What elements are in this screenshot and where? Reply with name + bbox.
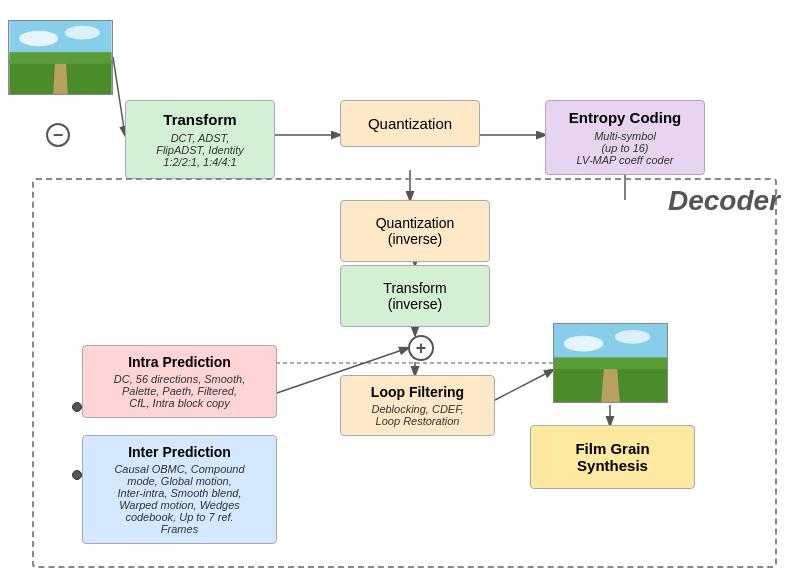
quantization-encoder-box: Quantization	[340, 100, 480, 147]
loop-filtering-box: Loop Filtering Deblocking, CDEF,Loop Res…	[340, 375, 495, 436]
entropy-title: Entropy Coding	[554, 109, 696, 126]
svg-point-14	[65, 26, 100, 40]
decoder-label: Decoder	[668, 185, 780, 217]
minus-icon: −	[46, 123, 70, 147]
inter-bullet	[72, 470, 82, 480]
svg-point-13	[19, 31, 58, 47]
plus-icon: +	[408, 335, 434, 361]
inter-subtitle: Causal OBMC, Compoundmode, Global motion…	[91, 463, 268, 535]
intra-bullet	[72, 402, 82, 412]
svg-rect-23	[554, 357, 667, 369]
transform-title: Transform	[134, 111, 266, 128]
transform-subtitle: DCT, ADST,FlipADST, Identity1:2/2:1, 1:4…	[134, 132, 266, 168]
diagram-container: − Transform DCT, ADST,FlipADST, Identity…	[0, 0, 800, 585]
intra-subtitle: DC, 56 directions, Smooth,Palette, Paeth…	[91, 373, 268, 409]
svg-rect-17	[9, 52, 111, 64]
loop-filtering-title: Loop Filtering	[349, 384, 486, 400]
svg-line-0	[113, 57, 125, 135]
entropy-subtitle: Multi-symbol(up to 16)LV-MAP coeff coder	[554, 130, 696, 166]
inter-prediction-box: Inter Prediction Causal OBMC, Compoundmo…	[82, 435, 277, 544]
transform-inverse-box: Transform(inverse)	[340, 265, 490, 327]
intra-title: Intra Prediction	[91, 354, 268, 370]
transform-encoder-box: Transform DCT, ADST,FlipADST, Identity1:…	[125, 100, 275, 179]
quantization-inverse-box: Quantization(inverse)	[340, 200, 490, 262]
svg-marker-16	[53, 60, 68, 94]
intra-prediction-box: Intra Prediction DC, 56 directions, Smoo…	[82, 345, 277, 418]
source-image	[8, 20, 113, 95]
film-grain-synthesis-box: Film GrainSynthesis	[530, 425, 695, 489]
inter-title: Inter Prediction	[91, 444, 268, 460]
svg-point-19	[564, 336, 603, 352]
entropy-coding-box: Entropy Coding Multi-symbol(up to 16)LV-…	[545, 100, 705, 175]
decoded-image	[553, 323, 668, 403]
svg-marker-22	[601, 365, 620, 402]
svg-point-20	[615, 330, 650, 344]
loop-filtering-subtitle: Deblocking, CDEF,Loop Restoration	[349, 403, 486, 427]
